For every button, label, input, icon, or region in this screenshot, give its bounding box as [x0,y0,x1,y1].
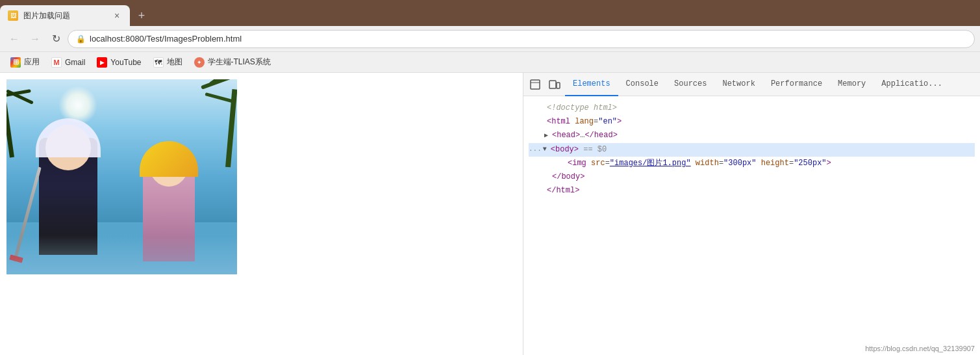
tlias-icon: ✦ [194,57,205,68]
img-line[interactable]: <img src = "images/图片1.png" width = "300… [529,157,975,170]
bookmark-youtube[interactable]: ▶ YouTube [92,55,146,70]
tab-elements[interactable]: Elements [565,73,618,96]
browser-footer: https://blog.csdn.net/qq_32139907 [865,345,975,352]
img-src-link[interactable]: "images/图片1.png" [610,157,691,170]
bookmark-gmail[interactable]: M Gmail [46,55,90,70]
browser-window: 🖼 图片加载问题 × + ← → ↻ 🔒 localhost:8080/Test… [0,0,980,355]
maps-icon: 🗺 [153,57,164,68]
apps-icon: ⊞ [10,57,21,68]
address-bar[interactable]: 🔒 localhost:8080/Test/ImagesProblem.html [68,30,975,48]
refresh-button[interactable]: ↻ [47,30,65,48]
devtools-toolbar: Elements Console Sources Network Perform… [523,73,980,96]
tab-memory[interactable]: Memory [830,73,873,96]
svg-rect-0 [531,80,540,89]
bookmark-apps-label: 应用 [24,57,40,68]
devtools-tabs: Elements Console Sources Network Perform… [565,73,977,96]
bookmark-tlias-label: 学生端-TLIAS系统 [208,57,271,68]
address-text: localhost:8080/Test/ImagesProblem.html [90,34,966,44]
bookmark-tlias[interactable]: ✦ 学生端-TLIAS系统 [189,54,276,70]
tab-console[interactable]: Console [618,73,666,96]
html-open-line[interactable]: <html lang = "en" > [529,115,975,129]
body-open-line[interactable]: ... <body> == $0 [529,143,975,157]
gmail-icon: M [51,57,62,68]
new-tab-button[interactable]: + [132,7,151,25]
page-content [0,73,523,355]
bookmark-maps[interactable]: 🗺 地图 [148,54,188,70]
active-tab[interactable]: 🖼 图片加载问题 × [0,5,130,26]
tab-favicon: 🖼 [8,10,18,21]
tab-application[interactable]: Applicatio... [873,73,950,96]
svg-rect-3 [557,83,560,88]
head-line[interactable]: <head> … </head> [529,129,975,142]
bookmark-maps-label: 地图 [167,57,182,68]
bookmarks-bar: ⊞ 应用 M Gmail ▶ YouTube 🗺 地图 ✦ 学生端-TLIAS系… [0,52,980,73]
tab-sources[interactable]: Sources [666,73,714,96]
devtools-panel: Elements Console Sources Network Perform… [523,73,980,355]
lock-icon: 🔒 [76,34,86,44]
bookmark-apps[interactable]: ⊞ 应用 [5,54,45,70]
youtube-icon: ▶ [97,57,107,68]
main-area: Elements Console Sources Network Perform… [0,73,980,355]
device-toggle-btn[interactable] [546,75,564,94]
body-close-line[interactable]: </body> [529,170,975,184]
body-expand-arrow[interactable] [543,144,551,155]
tab-close-btn[interactable]: × [112,10,122,21]
forward-button[interactable]: → [26,30,44,48]
doctype-line: <!doctype html> [529,101,975,115]
inspect-element-btn[interactable] [526,75,544,94]
tab-title: 图片加载问题 [23,10,107,21]
html-close-line[interactable]: </html> [529,184,975,198]
devtools-elements-content[interactable]: <!doctype html> <html lang = "en" > [523,96,980,355]
back-button[interactable]: ← [5,30,23,48]
svg-rect-2 [549,81,556,88]
footer-url: https://blog.csdn.net/qq_32139907 [865,345,975,352]
tab-bar: 🖼 图片加载问题 × + [0,0,980,26]
tab-network[interactable]: Network [714,73,762,96]
navigation-bar: ← → ↻ 🔒 localhost:8080/Test/ImagesProble… [0,26,980,52]
head-expand-arrow[interactable] [544,131,552,141]
bookmark-youtube-label: YouTube [110,58,141,67]
page-image [6,79,237,274]
bookmark-gmail-label: Gmail [65,58,85,67]
tab-performance[interactable]: Performance [763,73,830,96]
